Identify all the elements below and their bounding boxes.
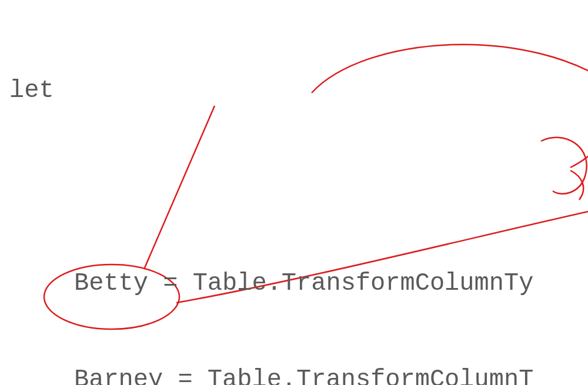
code-line-betty[interactable]: Betty = Table.TransformColumnTy: [9, 267, 588, 300]
code-line-barney[interactable]: Barney = Table.TransformColumnT: [9, 364, 588, 385]
expr-barney: = Table.TransformColumnT: [163, 366, 533, 385]
expr-betty: = Table.TransformColumnTy: [148, 269, 533, 297]
var-betty: Betty: [74, 269, 148, 297]
code-editor[interactable]: let Betty = Table.TransformColumnTy Barn…: [9, 11, 588, 385]
code-line-blank[interactable]: [9, 171, 588, 203]
var-barney: Barney: [74, 366, 163, 385]
code-line-let[interactable]: let: [9, 75, 588, 107]
